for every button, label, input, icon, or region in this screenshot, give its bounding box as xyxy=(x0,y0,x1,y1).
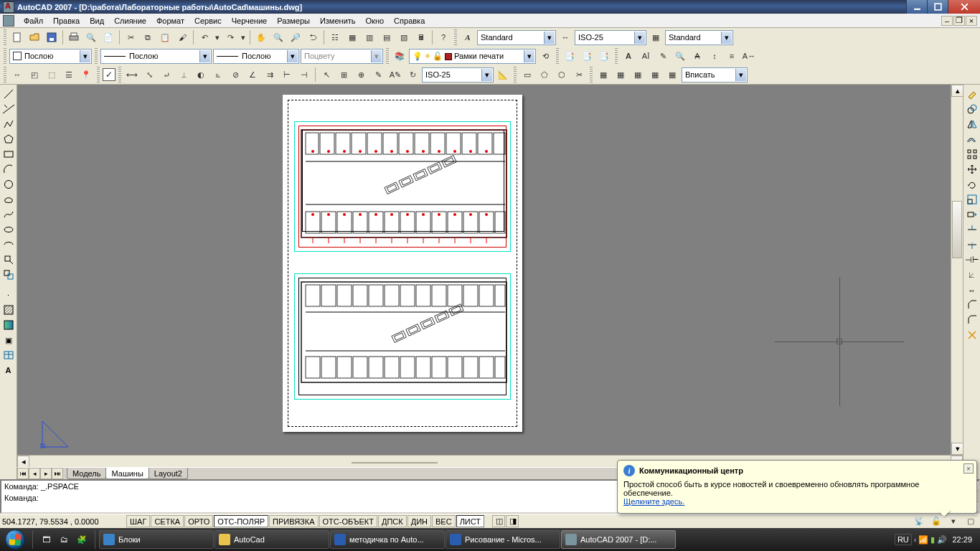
redo-icon[interactable]: ↷ xyxy=(222,29,238,45)
menu-insert[interactable]: Слияние xyxy=(109,15,151,27)
vpscale-combo[interactable]: Вписать▾ xyxy=(682,67,748,83)
join-icon[interactable]: ⟗ xyxy=(964,283,980,297)
menu-window[interactable]: Окно xyxy=(361,15,390,27)
trim-icon[interactable] xyxy=(964,222,980,237)
tray-clock[interactable]: 22:29 xyxy=(949,535,976,544)
table-icon[interactable] xyxy=(1,348,17,362)
help-icon[interactable]: ? xyxy=(435,29,451,45)
toggle-check[interactable]: ✓ xyxy=(103,68,116,81)
vp2-icon[interactable]: ▦ xyxy=(595,67,611,83)
region-icon[interactable]: ⬚ xyxy=(44,67,60,83)
zoomrt-icon[interactable]: 🔍 xyxy=(270,29,286,45)
grip[interactable] xyxy=(4,29,6,45)
dim-update-icon[interactable]: ↻ xyxy=(405,67,420,83)
mtext-icon[interactable]: A xyxy=(621,48,636,64)
tablestyle-combo[interactable]: Standard▾ xyxy=(665,30,733,45)
dim-tolerance-icon[interactable]: ⊞ xyxy=(336,67,352,83)
grip[interactable] xyxy=(615,48,618,64)
pan-icon[interactable]: ✋ xyxy=(253,29,269,45)
gradient-icon[interactable] xyxy=(1,318,17,332)
dim-ordinate-icon[interactable]: ⟂ xyxy=(176,67,192,83)
dim-angular-icon[interactable]: ∠ xyxy=(245,67,260,83)
start-button[interactable] xyxy=(0,528,30,551)
text-icon[interactable]: AĪ xyxy=(638,48,654,64)
tray-net-icon[interactable]: 📶 xyxy=(918,535,928,545)
menu-file[interactable]: Файл xyxy=(19,15,48,27)
mdi-doc-icon[interactable] xyxy=(3,15,14,27)
toggle-dyn[interactable]: ДИН xyxy=(407,515,431,527)
break-icon[interactable]: ⊣⊢ xyxy=(964,253,980,267)
circle-icon[interactable] xyxy=(1,177,17,192)
dim-center-icon[interactable]: ⊕ xyxy=(353,67,369,83)
hatch-icon[interactable] xyxy=(1,303,17,317)
task-item[interactable]: методичка по Auto... xyxy=(330,530,445,549)
minimize-button[interactable] xyxy=(906,0,927,14)
erase-icon[interactable] xyxy=(964,87,980,101)
grip[interactable] xyxy=(4,67,6,83)
tablestyle-icon[interactable]: ▦ xyxy=(648,29,664,45)
tab-last[interactable]: ⏭ xyxy=(52,468,63,479)
grip[interactable] xyxy=(118,67,121,83)
layer-combo[interactable]: 💡 ☀ 🔓 Рамки печати ▾ xyxy=(409,49,536,64)
cut-icon[interactable]: ✂ xyxy=(123,29,138,45)
publish-icon[interactable]: 📄 xyxy=(100,29,116,45)
menu-tools[interactable]: Сервис xyxy=(189,15,227,27)
scrollbar-v[interactable]: ▴ ▾ xyxy=(951,85,963,455)
toolpal-icon[interactable]: ▥ xyxy=(362,29,377,45)
paste-icon[interactable]: 📋 xyxy=(157,29,173,45)
tray-expand-icon[interactable]: ‹ xyxy=(914,535,917,544)
plot-preview-icon[interactable]: 🔍 xyxy=(83,29,99,45)
tray-sound-icon[interactable]: 🔊 xyxy=(937,535,947,545)
line-icon[interactable] xyxy=(1,87,17,101)
maximize-button[interactable] xyxy=(927,0,948,14)
match-icon[interactable]: 🖌 xyxy=(174,29,190,45)
list-icon[interactable]: ☰ xyxy=(61,67,77,83)
extend-icon[interactable] xyxy=(964,237,980,252)
insert-icon[interactable] xyxy=(1,253,17,267)
text-edit-icon[interactable]: ✎ xyxy=(655,48,671,64)
vp4-icon[interactable]: ▦ xyxy=(630,67,646,83)
print-icon[interactable] xyxy=(66,29,82,45)
task-item[interactable]: Блоки xyxy=(99,530,214,549)
spell-icon[interactable]: A xyxy=(689,48,705,64)
stretch-icon[interactable] xyxy=(964,207,980,222)
ql-app-icon[interactable]: 🧩 xyxy=(73,530,90,549)
mtext2-icon[interactable]: A xyxy=(1,363,17,377)
toggle-otrack[interactable]: ОТС-ОБЪЕКТ xyxy=(319,515,377,527)
task-item[interactable]: Рисование - Micros... xyxy=(446,530,560,549)
copy-icon[interactable]: ⧉ xyxy=(140,29,156,45)
layers-icon[interactable]: 📚 xyxy=(392,48,407,64)
tab-layout1[interactable]: Машины xyxy=(105,468,149,479)
sheet-icon[interactable]: ▤ xyxy=(379,29,395,45)
toggle-osnap[interactable]: ПРИВЯЗКА xyxy=(269,515,318,527)
dimstyle-mgr-icon[interactable]: 📐 xyxy=(495,67,511,83)
task-item[interactable]: AutoCAD 2007 - [D:... xyxy=(561,530,676,549)
grip[interactable] xyxy=(4,48,6,64)
layer-prev-icon[interactable]: ⟲ xyxy=(537,48,553,64)
grip[interactable] xyxy=(95,48,98,64)
xline-icon[interactable] xyxy=(1,102,17,116)
distance-icon[interactable]: ↔ xyxy=(9,67,25,83)
vp6-icon[interactable]: ▦ xyxy=(664,67,680,83)
scale2-icon[interactable] xyxy=(964,192,980,207)
dim-leader-icon[interactable]: ↖ xyxy=(319,67,334,83)
ql-switch-icon[interactable]: 🗂 xyxy=(55,530,72,549)
dim-aligned-icon[interactable]: ⤡ xyxy=(141,67,157,83)
textstyle-combo[interactable]: Standard▾ xyxy=(477,30,556,45)
menu-format[interactable]: Формат xyxy=(151,15,189,27)
fillet-icon[interactable] xyxy=(964,313,980,327)
dim-quick-icon[interactable]: ⇉ xyxy=(262,67,278,83)
grip[interactable] xyxy=(97,67,100,83)
redo-drop[interactable]: ▾ xyxy=(240,29,247,45)
point-icon[interactable]: · xyxy=(1,288,17,302)
dim-linear-icon[interactable]: ⟷ xyxy=(124,67,140,83)
block-icon[interactable] xyxy=(1,268,17,282)
close-button[interactable] xyxy=(948,0,980,14)
tab-model[interactable]: Модель xyxy=(67,468,106,479)
dim-diameter-icon[interactable]: ⊘ xyxy=(227,67,243,83)
open-icon[interactable] xyxy=(27,29,42,45)
color-combo[interactable]: Послою▾ xyxy=(9,49,92,64)
dcenter-icon[interactable]: ▦ xyxy=(344,29,360,45)
array-icon[interactable] xyxy=(964,147,980,161)
menu-modify[interactable]: Изменить xyxy=(315,15,361,27)
